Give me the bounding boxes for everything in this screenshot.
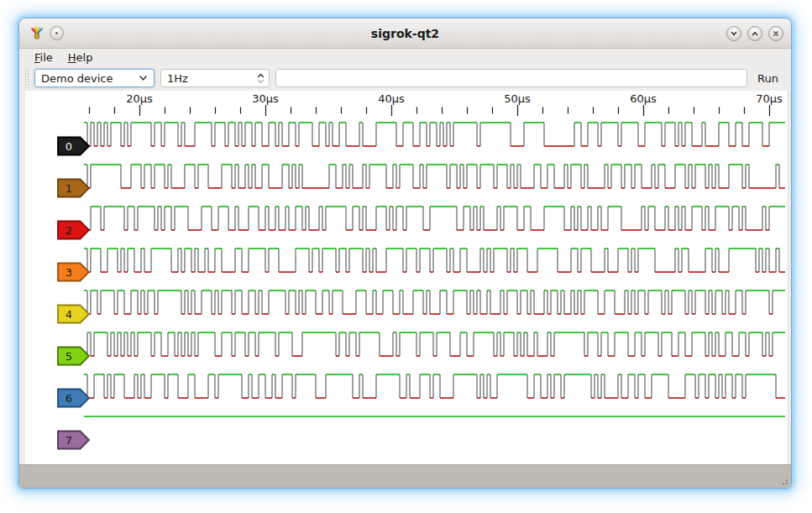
menu-help[interactable]: Help [66, 50, 95, 65]
channel-flag-label: 3 [65, 266, 72, 279]
maximize-button[interactable] [747, 26, 762, 41]
toolbar: Demo device 1Hz Run [19, 65, 791, 91]
statusbar [19, 464, 791, 488]
ruler-label: 50µs [504, 92, 531, 105]
waveform-canvas [25, 91, 787, 465]
channel-flag-5[interactable]: 5 [57, 346, 91, 366]
samplerate-value: 1Hz [167, 72, 188, 85]
minimize-button[interactable] [726, 26, 741, 41]
channel-flag-label: 1 [65, 182, 72, 195]
channel-flag-3[interactable]: 3 [57, 262, 91, 282]
channel-flag-shape [58, 264, 89, 281]
ruler-label: 40µs [378, 92, 405, 105]
channel-flag-label: 4 [65, 308, 72, 321]
channel-flag-shape [58, 138, 89, 155]
spin-up-icon[interactable] [257, 73, 265, 78]
ruler-label: 20µs [126, 92, 153, 105]
channel-flag-2[interactable]: 2 [57, 220, 91, 240]
window-controls [726, 26, 783, 41]
channel-flag-0[interactable]: 0 [57, 136, 91, 156]
menubar: File Help [19, 49, 791, 65]
titlebar[interactable]: sigrok-qt2 [19, 18, 791, 49]
chevron-down-icon [730, 29, 738, 38]
chevron-down-icon [139, 75, 148, 81]
waveform-view: 20µs30µs40µs50µs60µs70µs 01234567 [25, 91, 787, 465]
samplerate-select[interactable]: 1Hz [160, 69, 270, 87]
app-window: sigrok-qt2 File Help Demo device 1Hz [18, 18, 792, 489]
channel-waveform-3 [84, 249, 785, 272]
ruler-ticks [90, 105, 770, 116]
resize-grip[interactable] [780, 477, 788, 485]
channel-flag-shape [58, 348, 89, 365]
close-icon [772, 29, 780, 38]
channel-flag-label: 2 [65, 224, 72, 237]
menu-file[interactable]: File [33, 50, 55, 65]
channel-flag-4[interactable]: 4 [57, 304, 91, 324]
ruler-label: 60µs [630, 92, 657, 105]
channel-flag-6[interactable]: 6 [57, 388, 91, 408]
toolbar-drag-handle[interactable] [24, 68, 29, 88]
ruler-label: 70µs [756, 92, 783, 105]
channel-flag-label: 5 [65, 350, 72, 363]
window-title: sigrok-qt2 [19, 18, 791, 49]
spinbox-arrows [257, 73, 265, 84]
device-select[interactable]: Demo device [34, 69, 155, 87]
channel-waveform-5 [84, 332, 785, 356]
channel-flag-label: 7 [65, 434, 72, 447]
sample-count-input[interactable] [275, 69, 747, 87]
channel-waveform-6 [84, 374, 785, 398]
channel-flag-label: 0 [65, 140, 72, 153]
run-button[interactable]: Run [753, 71, 783, 86]
channel-flag-1[interactable]: 1 [57, 178, 91, 198]
channel-flag-shape [58, 432, 89, 449]
chevron-up-icon [751, 29, 759, 38]
channel-flag-shape [58, 180, 89, 197]
channel-waveform-2 [84, 207, 785, 230]
channel-waveform-1 [84, 165, 785, 188]
channel-waveform-4 [84, 291, 785, 314]
device-select-value: Demo device [41, 72, 113, 85]
channel-flag-7[interactable]: 7 [57, 430, 91, 450]
channel-flag-shape [58, 306, 89, 323]
channel-flag-label: 6 [65, 392, 72, 405]
channel-flag-shape [58, 390, 89, 407]
close-button[interactable] [768, 26, 783, 41]
channel-flag-shape [58, 222, 89, 239]
spin-down-icon[interactable] [257, 79, 265, 84]
ruler-label: 30µs [252, 92, 279, 105]
channel-waveform-0 [84, 123, 785, 146]
